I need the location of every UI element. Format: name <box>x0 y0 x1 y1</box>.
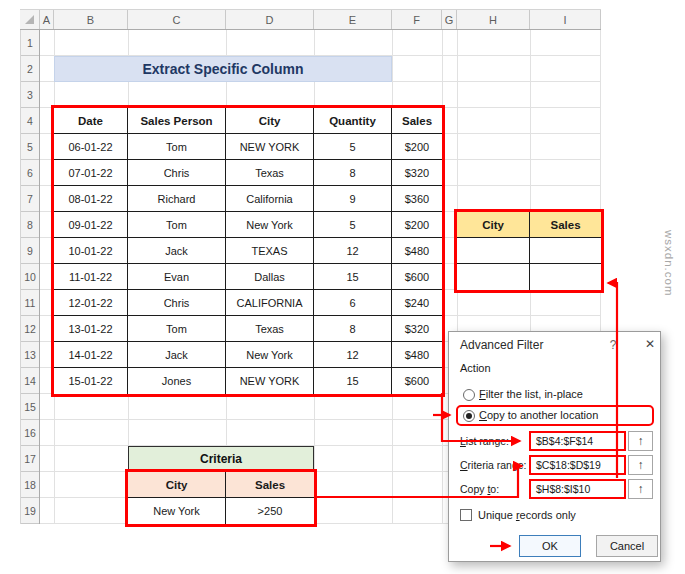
column-header-h[interactable]: H <box>457 10 530 29</box>
row-header[interactable]: 16 <box>21 420 39 446</box>
close-icon[interactable]: ✕ <box>643 337 657 351</box>
column-header-i[interactable]: I <box>530 10 601 29</box>
criteria-header-sales[interactable]: Sales <box>226 472 314 498</box>
row-header[interactable]: 15 <box>21 394 39 420</box>
row-header[interactable]: 17 <box>21 446 39 472</box>
row-header[interactable]: 18 <box>21 472 39 498</box>
cell-sales[interactable]: $200 <box>392 134 442 160</box>
row-header[interactable]: 5 <box>21 134 39 160</box>
cell-person[interactable]: Tom <box>128 134 226 160</box>
cell-quantity[interactable]: 12 <box>314 342 392 368</box>
cell-city[interactable]: Texas <box>226 316 314 342</box>
row-header[interactable]: 14 <box>21 368 39 394</box>
column-header-c[interactable]: C <box>128 10 226 29</box>
ok-button[interactable]: OK <box>519 535 581 557</box>
cell-city[interactable]: TEXAS <box>226 238 314 264</box>
criteria-cell-city[interactable]: New York <box>128 498 226 524</box>
cell-person[interactable]: Jack <box>128 238 226 264</box>
row-header[interactable]: 11 <box>21 290 39 316</box>
copy-to-selector-button[interactable]: ↑ <box>628 479 653 499</box>
cell-date[interactable]: 10-01-22 <box>54 238 128 264</box>
column-header-b[interactable]: B <box>54 10 128 29</box>
cell-person[interactable]: Tom <box>128 212 226 238</box>
cell-person[interactable]: Chris <box>128 290 226 316</box>
cell-quantity[interactable]: 12 <box>314 238 392 264</box>
cell-city[interactable]: NEW YORK <box>226 368 314 394</box>
cancel-button[interactable]: Cancel <box>596 535 658 557</box>
cell-person[interactable]: Evan <box>128 264 226 290</box>
output-cell-empty[interactable] <box>530 238 601 264</box>
cell-sales[interactable]: $600 <box>392 264 442 290</box>
cell-city[interactable]: New York <box>226 342 314 368</box>
row-header[interactable]: 19 <box>21 498 39 524</box>
header-date[interactable]: Date <box>54 108 128 134</box>
cell-date[interactable]: 09-01-22 <box>54 212 128 238</box>
cell-quantity[interactable]: 15 <box>314 368 392 394</box>
row-header[interactable]: 9 <box>21 238 39 264</box>
row-header[interactable]: 6 <box>21 160 39 186</box>
cell-date[interactable]: 14-01-22 <box>54 342 128 368</box>
cell-person[interactable]: Chris <box>128 160 226 186</box>
cell-sales[interactable]: $320 <box>392 316 442 342</box>
list-range-input[interactable]: $B$4:$F$14 <box>529 431 626 451</box>
header-person[interactable]: Sales Person <box>128 108 226 134</box>
row-header[interactable]: 8 <box>21 212 39 238</box>
list-range-selector-button[interactable]: ↑ <box>628 431 653 451</box>
cell-date[interactable]: 13-01-22 <box>54 316 128 342</box>
row-header[interactable]: 4 <box>21 108 39 134</box>
cell-date[interactable]: 12-01-22 <box>54 290 128 316</box>
cell-quantity[interactable]: 6 <box>314 290 392 316</box>
header-quantity[interactable]: Quantity <box>314 108 392 134</box>
column-header-d[interactable]: D <box>226 10 314 29</box>
row-header[interactable]: 12 <box>21 316 39 342</box>
output-header-sales[interactable]: Sales <box>530 212 601 238</box>
cell-quantity[interactable]: 8 <box>314 160 392 186</box>
radio-filter-in-place-label[interactable]: Filter the list, in-place <box>479 388 583 400</box>
copy-to-input[interactable]: $H$8:$I$10 <box>529 479 626 499</box>
cell-quantity[interactable]: 15 <box>314 264 392 290</box>
cell-sales[interactable]: $480 <box>392 238 442 264</box>
output-cell-empty[interactable] <box>457 264 530 290</box>
cell-city[interactable]: CALIFORNIA <box>226 290 314 316</box>
row-header[interactable]: 3 <box>21 82 39 108</box>
header-sales[interactable]: Sales <box>392 108 442 134</box>
column-header-e[interactable]: E <box>314 10 392 29</box>
help-icon[interactable]: ? <box>606 338 620 352</box>
cell-quantity[interactable]: 9 <box>314 186 392 212</box>
unique-records-label[interactable]: Unique records only <box>478 509 576 521</box>
output-header-city[interactable]: City <box>457 212 530 238</box>
cell-person[interactable]: Jack <box>128 342 226 368</box>
row-header[interactable]: 13 <box>21 342 39 368</box>
output-cell-empty[interactable] <box>530 264 601 290</box>
cell-person[interactable]: Jones <box>128 368 226 394</box>
output-cell-empty[interactable] <box>457 238 530 264</box>
cell-sales[interactable]: $360 <box>392 186 442 212</box>
page-title[interactable]: Extract Specific Column <box>54 56 392 82</box>
cell-city[interactable]: Dallas <box>226 264 314 290</box>
cell-quantity[interactable]: 8 <box>314 316 392 342</box>
column-header-a[interactable]: A <box>40 10 54 29</box>
radio-filter-in-place[interactable] <box>463 389 475 401</box>
cell-sales[interactable]: $480 <box>392 342 442 368</box>
criteria-range-input[interactable]: $C$18:$D$19 <box>529 455 626 475</box>
row-header[interactable]: 2 <box>21 56 39 82</box>
cell-city[interactable]: Texas <box>226 160 314 186</box>
cell-person[interactable]: Richard <box>128 186 226 212</box>
cell-city[interactable]: California <box>226 186 314 212</box>
cell-sales[interactable]: $200 <box>392 212 442 238</box>
cell-quantity[interactable]: 5 <box>314 134 392 160</box>
cell-sales[interactable]: $600 <box>392 368 442 394</box>
criteria-cell-sales[interactable]: >250 <box>226 498 314 524</box>
column-header-f[interactable]: F <box>392 10 442 29</box>
cell-quantity[interactable]: 5 <box>314 212 392 238</box>
cell-sales[interactable]: $320 <box>392 160 442 186</box>
header-city[interactable]: City <box>226 108 314 134</box>
select-all-corner[interactable] <box>20 10 40 29</box>
unique-records-checkbox[interactable] <box>460 509 472 521</box>
cell-date[interactable]: 11-01-22 <box>54 264 128 290</box>
criteria-header-city[interactable]: City <box>128 472 226 498</box>
cell-date[interactable]: 08-01-22 <box>54 186 128 212</box>
cell-sales[interactable]: $240 <box>392 290 442 316</box>
cell-date[interactable]: 06-01-22 <box>54 134 128 160</box>
row-header[interactable]: 7 <box>21 186 39 212</box>
